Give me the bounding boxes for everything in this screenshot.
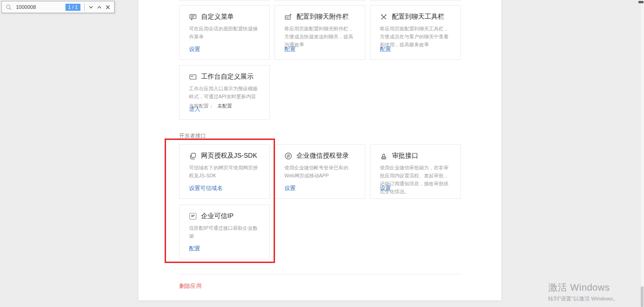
trusted-ip-config-link[interactable]: 配置 <box>189 245 200 253</box>
card-title: 自定义菜单 <box>201 13 234 21</box>
oauth-login-setting-link[interactable]: 设置 <box>284 184 296 192</box>
card-desc: 可在应用会话的底部配置快捷操作菜单 <box>189 25 260 41</box>
card-title-row: 企业微信授权登录 <box>284 152 355 160</box>
card-title-row: 审批接口 <box>380 152 451 160</box>
card-chat-attachment-bar: 配置到聊天附件栏 将应用页面配置到聊天附件栏，方便成员快捷发送到聊天，提高沟通效… <box>275 5 365 60</box>
custom-menu-icon <box>189 13 197 21</box>
trusted-domain-setting-link[interactable]: 设置可信域名 <box>189 184 223 192</box>
card-custom-menu: 自定义菜单 可在应用会话的底部配置快捷操作菜单 设置 <box>179 5 270 60</box>
card-title-row: 网页授权及JS-SDK <box>189 152 260 160</box>
card-desc: 可信域名下的网页可使用网页授权及JS-SDK <box>189 164 260 180</box>
card-desc: 使用企业微信帐号登录已有的Web网页或移动APP <box>284 164 355 180</box>
find-bar-separator <box>84 3 85 11</box>
bottom-divider <box>179 274 461 274</box>
card-stub <box>275 0 365 1</box>
card-title-row: 工作台自定义展示 <box>189 73 260 81</box>
find-match-counter: 1 / 1 <box>65 4 80 11</box>
chat-toolbar-icon <box>380 13 388 21</box>
watermark-subtitle: 转到"设置"以激活 Windows。 <box>548 295 618 302</box>
card-desc: 工作台应用入口展示为预设模板样式，可通过API实时更新内容 <box>189 85 260 101</box>
card-title-row: 配置到聊天附件栏 <box>284 13 355 21</box>
card-trusted-ip: IP 企业可信IP 仅所配IP可通过接口获取企业数据 配置 <box>179 205 270 259</box>
approval-setting-link[interactable]: 设置 <box>380 184 391 192</box>
card-title: 网页授权及JS-SDK <box>201 152 257 160</box>
find-next-button[interactable] <box>87 2 95 12</box>
custom-menu-setting-link[interactable]: 设置 <box>189 45 200 53</box>
windows-activation-watermark: 激活 Windows 转到"设置"以激活 Windows。 <box>548 281 618 302</box>
scrollbar-up-arrow[interactable] <box>638 1 644 3</box>
scrollbar-track[interactable] <box>640 0 644 307</box>
delete-app-link[interactable]: 删除应用 <box>179 282 202 290</box>
card-title-row: 配置到聊天工具栏 <box>380 13 451 21</box>
ip-icon-text: IP <box>189 213 196 219</box>
find-prev-button[interactable] <box>95 2 103 12</box>
card-title: 企业可信IP <box>201 212 233 220</box>
card-title: 审批接口 <box>392 152 418 160</box>
card-title-row: IP 企业可信IP <box>189 212 260 220</box>
status-value: 未配置 <box>217 103 232 109</box>
card-stub <box>179 0 270 1</box>
card-oauth-login: 企业微信授权登录 使用企业微信帐号登录已有的Web网页或移动APP 设置 <box>275 144 365 199</box>
workbench-icon <box>189 73 197 81</box>
chat-toolbar-config-link[interactable]: 配置 <box>380 45 391 53</box>
card-title: 配置到聊天附件栏 <box>297 13 349 21</box>
card-workbench-display: 工作台自定义展示 工作台应用入口展示为预设模板样式，可通过API实时更新内容 当… <box>179 65 270 120</box>
scrollbar-thumb[interactable] <box>641 286 644 307</box>
watermark-title: 激活 Windows <box>548 281 618 294</box>
magnifier-icon <box>6 4 12 10</box>
attachment-bar-icon <box>284 13 292 21</box>
find-bar: 1 / 1 <box>1 1 115 13</box>
approval-stamp-icon <box>380 152 388 160</box>
card-stub <box>370 0 461 1</box>
find-close-button[interactable] <box>103 2 112 12</box>
find-input[interactable] <box>15 4 63 10</box>
card-title: 工作台自定义展示 <box>201 73 253 81</box>
attachment-bar-config-link[interactable]: 配置 <box>284 45 296 53</box>
workbench-enter-link[interactable]: 进入 <box>189 105 200 113</box>
oauth-login-icon <box>284 152 292 160</box>
ip-icon: IP <box>189 212 197 220</box>
card-chat-toolbar: 配置到聊天工具栏 将应用页面配置到聊天工具栏，方便成员在与客户的聊天中查看和使用… <box>370 5 461 60</box>
card-approval-api: 审批接口 使用企业微信审批能力，在非审批应用内设置流程、发起审批，还能订阅通知消… <box>370 144 461 199</box>
card-web-auth-jssdk: 网页授权及JS-SDK 可信域名下的网页可使用网页授权及JS-SDK 设置可信域… <box>179 144 270 199</box>
card-desc: 仅所配IP可通过接口获取企业数据 <box>189 224 260 240</box>
card-title-row: 自定义菜单 <box>189 13 260 21</box>
card-title: 配置到聊天工具栏 <box>392 13 444 21</box>
web-auth-icon <box>189 152 197 160</box>
developer-api-section-label: 开发者接口 <box>179 132 206 139</box>
card-title: 企业微信授权登录 <box>297 152 349 160</box>
